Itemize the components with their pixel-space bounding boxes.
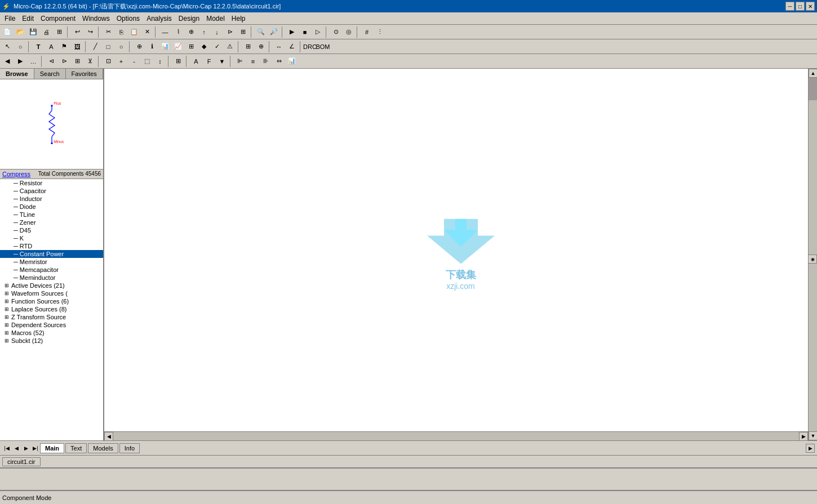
tree-waveform-sources[interactable]: ⊞ Waveform Sources ( — [0, 289, 103, 297]
maximize-button[interactable]: □ — [796, 2, 805, 11]
tb2-sym[interactable]: ⊕ — [133, 41, 145, 53]
tb3-zoom-out2[interactable]: - — [128, 55, 140, 68]
menu-analysis[interactable]: Analysis — [143, 14, 175, 24]
menu-help[interactable]: Help — [228, 14, 249, 24]
scroll-right-btn[interactable]: ▶ — [799, 432, 808, 440]
tree-laplace-sources[interactable]: ⊞ Laplace Sources (8) — [0, 305, 103, 313]
tree-memristor[interactable]: ─ Memristor — [0, 258, 103, 266]
tree-macros[interactable]: ⊞ Macros (52) — [0, 329, 103, 337]
tb3-bar[interactable]: 📊 — [286, 55, 298, 68]
tb2-marker[interactable]: ◆ — [198, 41, 210, 53]
tree-memcapacitor[interactable]: ─ Memcapacitor — [0, 266, 103, 274]
sheet-next-btn[interactable]: ▶ — [21, 444, 30, 453]
tb-stop[interactable]: ■ — [299, 26, 311, 38]
tb-wire[interactable]: — — [159, 26, 171, 38]
tb-probe[interactable]: ⊙ — [330, 26, 342, 38]
tb3-zoom-box[interactable]: ⬚ — [141, 55, 153, 68]
tb-port[interactable]: ⊳ — [224, 26, 236, 38]
tb3-zoom-fit[interactable]: ⊡ — [102, 55, 114, 68]
tb2-bom[interactable]: BOM — [317, 41, 329, 53]
tb2-grid2[interactable]: ⊞ — [242, 41, 254, 53]
tb3-zoom-custom[interactable]: ↕ — [154, 55, 166, 68]
tb2-line[interactable]: ╱ — [89, 41, 101, 53]
tree-function-sources[interactable]: ⊞ Function Sources (6) — [0, 297, 103, 305]
tb2-flag[interactable]: ⚑ — [58, 41, 70, 53]
scroll-thumb[interactable] — [809, 78, 817, 100]
tb-print[interactable]: 🖨 — [40, 26, 52, 38]
scroll-mid-btn[interactable]: ◉ — [808, 255, 817, 264]
tree-resistor[interactable]: ─ Resistor — [0, 179, 103, 187]
tb2-snap2[interactable]: ⊕ — [255, 41, 267, 53]
tb2-pic[interactable]: 🖼 — [71, 41, 83, 53]
tree-constant-power[interactable]: ─ Constant Power — [0, 250, 103, 258]
tb-zoom-in[interactable]: 🔍 — [255, 26, 267, 38]
tb3-prev[interactable]: ⊲ — [45, 55, 57, 68]
scroll-up-btn[interactable]: ▲ — [809, 69, 817, 78]
tb2-drc[interactable]: DRC — [304, 41, 316, 53]
tb2-text[interactable]: T — [32, 41, 45, 53]
tb-zoom-out[interactable]: 🔎 — [268, 26, 280, 38]
tb-snap[interactable]: ⋮ — [374, 26, 386, 38]
tb-junction[interactable]: ⊕ — [185, 26, 197, 38]
tb2-table[interactable]: ⊞ — [185, 41, 197, 53]
tb3-zoom-in2[interactable]: + — [115, 55, 127, 68]
tb2-info[interactable]: ℹ — [146, 41, 158, 53]
horizontal-scrollbar[interactable]: ◀ ▶ — [104, 431, 808, 440]
tb-bus[interactable]: ⌇ — [172, 26, 184, 38]
tb3-back[interactable]: ◀ — [1, 55, 14, 68]
canvas-area[interactable]: 下载集 xzji.com ▲ ◉ ▼ ◀ ▶ — [104, 69, 817, 440]
tb3-font-size[interactable]: ▼ — [216, 55, 228, 68]
menu-design[interactable]: Design — [175, 14, 203, 24]
sheet-last-btn[interactable]: ▶| — [31, 444, 40, 453]
tree-k[interactable]: ─ K — [0, 234, 103, 242]
menu-model[interactable]: Model — [203, 14, 228, 24]
tb3-label[interactable]: A — [190, 55, 202, 68]
tb-power[interactable]: ↑ — [198, 26, 210, 38]
sheet-first-btn[interactable]: |◀ — [2, 444, 11, 453]
tb3-align-l[interactable]: ⊫ — [234, 55, 246, 68]
tb-paste[interactable]: 📋 — [128, 26, 140, 38]
tree-rtd[interactable]: ─ RTD — [0, 242, 103, 250]
tb2-lasso[interactable]: ○ — [14, 41, 26, 53]
tb-undo[interactable]: ↩ — [71, 26, 83, 38]
compress-label[interactable]: Compress — [2, 171, 30, 177]
tb-open[interactable]: 📂 — [14, 26, 26, 38]
scroll-h-track[interactable] — [113, 432, 799, 440]
tb-del[interactable]: ✕ — [141, 26, 153, 38]
tb2-check[interactable]: ✓ — [211, 41, 223, 53]
menu-windows[interactable]: Windows — [79, 14, 113, 24]
tab-favorites[interactable]: Favorites — [66, 69, 103, 79]
tb2-erc[interactable]: ⚠ — [224, 41, 236, 53]
tb3-align-c[interactable]: ≡ — [247, 55, 259, 68]
scroll-left-btn[interactable]: ◀ — [104, 432, 113, 440]
tree-dependent-sources[interactable]: ⊞ Dependent Sources — [0, 321, 103, 329]
tb-probe2[interactable]: ◎ — [343, 26, 355, 38]
tree-diode[interactable]: ─ Diode — [0, 203, 103, 211]
tree-tline[interactable]: ─ TLine — [0, 211, 103, 218]
tab-browse[interactable]: Browse — [0, 69, 34, 79]
tb-cut[interactable]: ✂ — [102, 26, 114, 38]
tb3-next[interactable]: ⊳ — [58, 55, 70, 68]
tb-new[interactable]: 📄 — [1, 26, 14, 38]
tree-inductor[interactable]: ─ Inductor — [0, 195, 103, 203]
tree-d45[interactable]: ─ D45 — [0, 226, 103, 234]
tb3-up[interactable]: ⊻ — [84, 55, 96, 68]
tb-run[interactable]: ▶ — [286, 26, 298, 38]
tb3-pan-grid[interactable]: ⊞ — [172, 55, 184, 68]
tree-ztransform[interactable]: ⊞ Z Transform Source — [0, 313, 103, 321]
tb2-rect[interactable]: □ — [102, 41, 114, 53]
file-tab-circuit[interactable]: circuit1.cir — [2, 457, 41, 466]
tree-zener[interactable]: ─ Zener — [0, 218, 103, 226]
tb2-plot[interactable]: 📈 — [172, 41, 184, 53]
tb3-fwd[interactable]: ▶ — [14, 55, 26, 68]
menu-options[interactable]: Options — [113, 14, 143, 24]
tree-subckt[interactable]: ⊞ Subckt (12) — [0, 337, 103, 345]
sheet-tab-main[interactable]: Main — [40, 443, 64, 453]
tb-copy[interactable]: ⎘ — [115, 26, 127, 38]
tab-search[interactable]: Search — [34, 69, 66, 79]
close-button[interactable]: ✕ — [806, 2, 815, 11]
tb2-ellipse[interactable]: ○ — [115, 41, 127, 53]
vertical-scrollbar[interactable]: ▲ ◉ ▼ — [808, 69, 817, 440]
tb3-dist[interactable]: ⇔ — [273, 55, 285, 68]
tb2-ruler[interactable]: ↔ — [273, 41, 285, 53]
